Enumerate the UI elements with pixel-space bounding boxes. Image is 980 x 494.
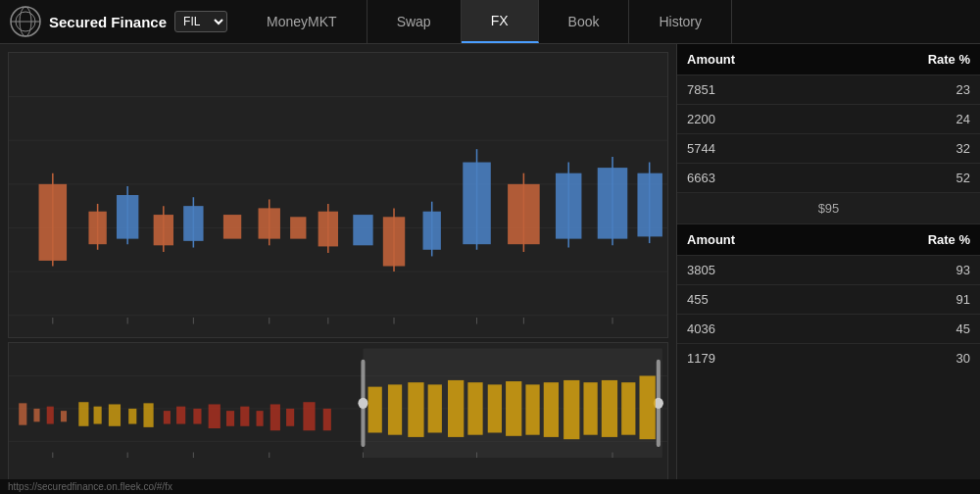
- right-panel: Amount Rate % 7851 23 2200 24 5744 32 66…: [676, 44, 980, 494]
- svg-rect-69: [257, 411, 264, 426]
- svg-rect-68: [240, 407, 249, 426]
- upper-chart: [8, 52, 668, 338]
- svg-rect-62: [143, 403, 153, 427]
- rate-cell: 52: [902, 164, 980, 192]
- mid-price: $95: [677, 192, 980, 224]
- lower-amount-header: Amount: [677, 224, 902, 255]
- svg-rect-81: [428, 384, 442, 432]
- amount-cell: 455: [677, 285, 902, 314]
- table-row: 5744 32: [677, 133, 980, 163]
- svg-rect-61: [128, 409, 136, 424]
- upper-rate-header: Rate %: [902, 44, 980, 74]
- svg-rect-71: [286, 409, 294, 426]
- tab-moneymarket[interactable]: MoneyMKT: [237, 0, 368, 43]
- svg-rect-83: [467, 382, 482, 435]
- logo-text: Secured Finance: [49, 14, 167, 30]
- lower-order-table: Amount Rate % 3805 93 455 91 4036 45 117…: [677, 224, 980, 372]
- svg-rect-54: [19, 403, 26, 424]
- header: Secured Finance FIL ETH BTC MoneyMKT Swa…: [0, 0, 980, 44]
- lower-table-header: Amount Rate %: [677, 224, 980, 255]
- table-row: 7851 23: [677, 74, 980, 104]
- upper-table-header: Amount Rate %: [677, 44, 980, 74]
- svg-rect-90: [602, 380, 617, 437]
- svg-rect-67: [226, 411, 234, 426]
- svg-rect-59: [94, 407, 102, 424]
- amount-cell: 3805: [677, 256, 902, 284]
- upper-amount-header: Amount: [677, 44, 902, 74]
- svg-rect-23: [290, 217, 306, 238]
- chart-area: [0, 44, 676, 494]
- rate-cell: 91: [902, 285, 980, 314]
- svg-rect-58: [78, 402, 88, 426]
- rate-cell: 45: [902, 315, 980, 343]
- lower-chart: [8, 342, 668, 486]
- nav-tabs: MoneyMKT Swap FX Book History: [237, 0, 980, 43]
- svg-rect-65: [193, 409, 201, 424]
- svg-rect-63: [164, 411, 171, 423]
- svg-rect-85: [506, 381, 521, 436]
- table-row: 1179 30: [677, 343, 980, 372]
- svg-rect-92: [639, 375, 655, 439]
- token-selector[interactable]: FIL ETH BTC: [174, 11, 227, 32]
- svg-rect-57: [61, 411, 67, 421]
- svg-point-75: [358, 398, 368, 409]
- lower-rate-header: Rate %: [902, 224, 980, 255]
- svg-rect-80: [408, 382, 423, 437]
- amount-cell: 5744: [677, 134, 902, 163]
- svg-rect-26: [353, 215, 372, 245]
- svg-rect-55: [33, 409, 39, 421]
- svg-rect-72: [303, 402, 315, 430]
- svg-rect-84: [488, 384, 502, 432]
- svg-rect-88: [564, 380, 579, 439]
- svg-rect-86: [525, 384, 539, 434]
- rate-cell: 32: [902, 134, 980, 163]
- svg-rect-64: [176, 407, 185, 424]
- svg-rect-56: [47, 407, 54, 424]
- svg-rect-20: [223, 215, 241, 239]
- table-row: 4036 45: [677, 314, 980, 343]
- amount-cell: 6663: [677, 164, 902, 192]
- statusbar: https://securedfinance.on.fleek.co/#/fx: [0, 479, 980, 494]
- rate-cell: 93: [902, 256, 980, 284]
- svg-rect-89: [583, 382, 597, 435]
- tab-fx[interactable]: FX: [462, 0, 539, 43]
- tab-history[interactable]: History: [629, 0, 732, 43]
- svg-rect-66: [209, 404, 220, 428]
- svg-rect-60: [109, 404, 121, 425]
- svg-rect-78: [368, 387, 382, 433]
- table-row: 3805 93: [677, 255, 980, 284]
- svg-rect-79: [388, 384, 402, 434]
- rate-cell: 30: [902, 344, 980, 372]
- svg-rect-73: [323, 409, 331, 430]
- table-row: 455 91: [677, 284, 980, 314]
- svg-rect-91: [621, 382, 635, 435]
- upper-chart-svg: [9, 53, 667, 337]
- svg-rect-87: [544, 382, 559, 437]
- amount-cell: 4036: [677, 315, 902, 343]
- svg-rect-70: [270, 404, 280, 430]
- logo-area: Secured Finance FIL ETH BTC: [0, 6, 237, 37]
- tab-book[interactable]: Book: [539, 0, 630, 43]
- status-url: https://securedfinance.on.fleek.co/#/fx: [8, 481, 172, 492]
- rate-cell: 23: [902, 75, 980, 104]
- logo-icon: [10, 6, 41, 37]
- lower-chart-svg: [9, 343, 667, 485]
- main-layout: Amount Rate % 7851 23 2200 24 5744 32 66…: [0, 44, 980, 494]
- svg-rect-82: [448, 380, 464, 437]
- table-row: 6663 52: [677, 163, 980, 192]
- upper-order-table: Amount Rate % 7851 23 2200 24 5744 32 66…: [677, 44, 980, 192]
- tab-swap[interactable]: Swap: [368, 0, 462, 43]
- amount-cell: 2200: [677, 105, 902, 133]
- amount-cell: 1179: [677, 344, 902, 372]
- amount-cell: 7851: [677, 75, 902, 104]
- rate-cell: 24: [902, 105, 980, 133]
- table-row: 2200 24: [677, 104, 980, 133]
